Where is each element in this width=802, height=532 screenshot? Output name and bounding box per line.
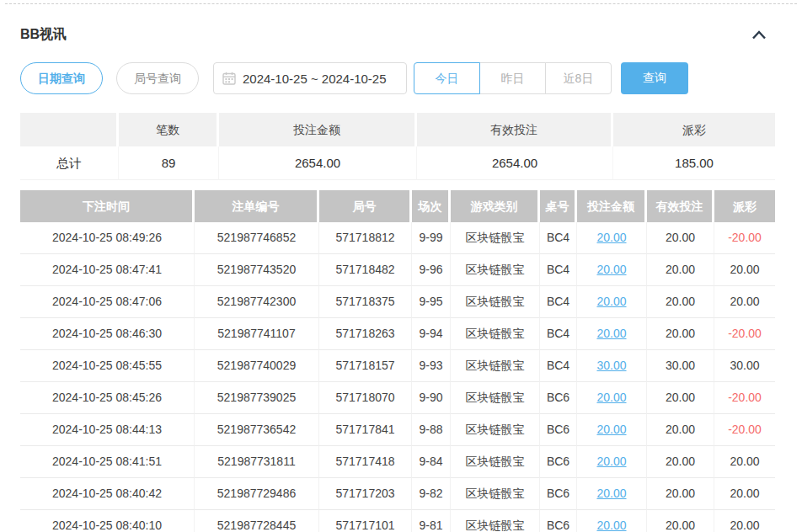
bet-records-table: 下注时间注单编号局号场次游戏类别桌号投注金额有效投注派彩 2024-10-25 … [20, 190, 775, 532]
cell-order-id: 521987746852 [195, 222, 319, 254]
collapse-button[interactable] [748, 27, 770, 44]
cell-order-id: 521987736542 [195, 414, 319, 446]
summary-header-blank [20, 113, 119, 146]
table-row: 2024-10-25 08:49:26521987746852571718812… [20, 222, 775, 254]
cell-table: BC6 [540, 382, 577, 414]
cell-bet-amount: 20.00 [577, 318, 647, 350]
summary-total-label: 总计 [20, 146, 119, 180]
bet-amount-link[interactable]: 20.00 [596, 487, 626, 500]
bet-amount-link[interactable]: 30.00 [596, 359, 626, 372]
top-dashed-divider [5, 3, 797, 4]
cell-payout: 20.00 [714, 510, 775, 532]
quick-range-2[interactable]: 近8日 [545, 62, 612, 94]
cell-session: 9-81 [412, 510, 451, 532]
quick-range-1[interactable]: 昨日 [479, 62, 546, 94]
summary-total-row: 总计 89 2654.00 2654.00 185.00 [20, 146, 775, 180]
bet-amount-link[interactable]: 20.00 [596, 231, 626, 244]
table-row: 2024-10-25 08:41:51521987731811571717418… [20, 446, 775, 478]
table-row: 2024-10-25 08:47:41521987743520571718482… [20, 254, 775, 286]
detail-column-header: 下注时间 [20, 190, 195, 222]
quick-range-0[interactable]: 今日 [414, 62, 480, 94]
panel-header: BB视讯 [20, 26, 782, 44]
cell-valid: 20.00 [647, 382, 714, 414]
summary-table: 笔数 投注金额 有效投注 派彩 总计 89 2654.00 2654.00 18… [20, 113, 775, 180]
cell-valid: 20.00 [647, 478, 714, 510]
bet-amount-link[interactable]: 20.00 [596, 295, 626, 308]
cell-game: 区块链骰宝 [451, 318, 540, 350]
summary-payout-value: 185.00 [613, 146, 775, 180]
cell-order-id: 521987728445 [195, 510, 319, 532]
cell-game: 区块链骰宝 [451, 254, 540, 286]
tab-date-query[interactable]: 日期查询 [20, 62, 103, 94]
cell-bet-time: 2024-10-25 08:45:26 [20, 382, 195, 414]
bet-amount-link[interactable]: 20.00 [596, 519, 626, 532]
cell-order-id: 521987743520 [195, 254, 319, 286]
cell-game: 区块链骰宝 [451, 510, 540, 532]
summary-count-value: 89 [119, 146, 219, 180]
detail-column-header: 注单编号 [195, 190, 319, 222]
cell-payout: 30.00 [714, 350, 775, 382]
detail-table-body: 2024-10-25 08:49:26521987746852571718812… [20, 222, 775, 532]
cell-order-id: 521987741107 [195, 318, 319, 350]
panel-title: BB视讯 [20, 26, 67, 44]
cell-bet-time: 2024-10-25 08:40:10 [20, 510, 195, 532]
cell-table: BC4 [540, 254, 577, 286]
cell-valid: 20.00 [647, 510, 714, 532]
detail-column-header: 投注金额 [577, 190, 647, 222]
cell-game: 区块链骰宝 [451, 350, 540, 382]
calendar-icon [222, 72, 236, 85]
search-button[interactable]: 查询 [621, 62, 688, 94]
cell-session: 9-94 [412, 318, 451, 350]
cell-valid: 20.00 [647, 222, 714, 254]
cell-table: BC4 [540, 318, 577, 350]
summary-header-count: 笔数 [119, 113, 219, 146]
cell-payout: -20.00 [714, 382, 775, 414]
table-row: 2024-10-25 08:40:10521987728445571717101… [20, 510, 775, 532]
summary-valid-bet-value: 2654.00 [417, 146, 613, 180]
summary-header-row: 笔数 投注金额 有效投注 派彩 [20, 113, 775, 146]
detail-column-header: 桌号 [540, 190, 577, 222]
cell-round-id: 571717203 [319, 478, 412, 510]
cell-valid: 20.00 [647, 254, 714, 286]
cell-game: 区块链骰宝 [451, 222, 540, 254]
detail-header-row: 下注时间注单编号局号场次游戏类别桌号投注金额有效投注派彩 [20, 190, 775, 222]
summary-header-payout: 派彩 [613, 113, 775, 146]
cell-table: BC6 [540, 478, 577, 510]
cell-round-id: 571718375 [319, 286, 412, 318]
cell-game: 区块链骰宝 [451, 414, 540, 446]
tab-round-query[interactable]: 局号查询 [116, 62, 199, 94]
table-row: 2024-10-25 08:40:42521987729486571717203… [20, 478, 775, 510]
cell-game: 区块链骰宝 [451, 382, 540, 414]
cell-order-id: 521987739025 [195, 382, 319, 414]
bet-amount-link[interactable]: 20.00 [596, 263, 626, 276]
cell-bet-time: 2024-10-25 08:47:06 [20, 286, 195, 318]
cell-valid: 20.00 [647, 414, 714, 446]
cell-payout: -20.00 [714, 318, 775, 350]
cell-round-id: 571717101 [319, 510, 412, 532]
cell-game: 区块链骰宝 [451, 478, 540, 510]
cell-bet-time: 2024-10-25 08:44:13 [20, 414, 195, 446]
cell-payout: -20.00 [714, 222, 775, 254]
cell-order-id: 521987740029 [195, 350, 319, 382]
cell-valid: 20.00 [647, 446, 714, 478]
detail-column-header: 局号 [319, 190, 412, 222]
bet-amount-link[interactable]: 20.00 [596, 327, 626, 340]
cell-valid: 20.00 [647, 318, 714, 350]
detail-column-header: 有效投注 [647, 190, 714, 222]
date-range-input[interactable]: 2024-10-25 ~ 2024-10-25 [213, 62, 407, 94]
table-row: 2024-10-25 08:46:30521987741107571718263… [20, 318, 775, 350]
cell-bet-amount: 20.00 [577, 510, 647, 532]
table-row: 2024-10-25 08:47:06521987742300571718375… [20, 286, 775, 318]
cell-bet-time: 2024-10-25 08:45:55 [20, 350, 195, 382]
cell-bet-amount: 30.00 [577, 350, 647, 382]
bet-amount-link[interactable]: 20.00 [596, 455, 626, 468]
bet-amount-link[interactable]: 20.00 [596, 423, 626, 436]
bet-amount-link[interactable]: 20.00 [596, 391, 626, 404]
cell-bet-time: 2024-10-25 08:49:26 [20, 222, 195, 254]
cell-bet-time: 2024-10-25 08:41:51 [20, 446, 195, 478]
quick-range-group: 今日昨日近8日 [414, 62, 612, 94]
cell-order-id: 521987729486 [195, 478, 319, 510]
cell-session: 9-95 [412, 286, 451, 318]
cell-round-id: 571718070 [319, 382, 412, 414]
detail-column-header: 派彩 [714, 190, 775, 222]
